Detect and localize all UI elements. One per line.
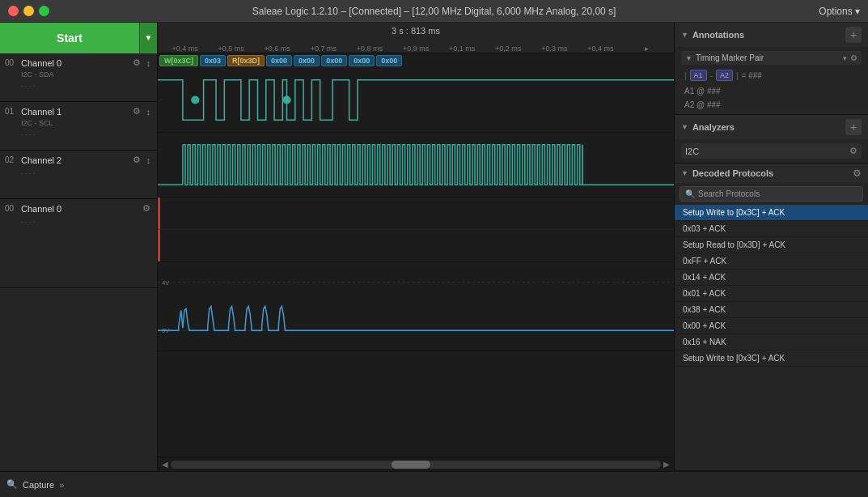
proto-chip-6[interactable]: 0x00 <box>349 55 375 66</box>
analyzers-add-button[interactable]: + <box>845 119 862 135</box>
analyzer-i2c-gear[interactable]: ⚙ <box>849 146 857 156</box>
channel-number-analog: 00 <box>5 204 18 213</box>
channel-number-ch2: 02 <box>5 155 18 164</box>
capture-label[interactable]: Capture <box>23 480 54 490</box>
a2-badge: A2 <box>716 70 733 81</box>
tm-arrow-icon[interactable]: ▾ <box>843 54 847 62</box>
tick-8: +0,3 ms <box>531 45 578 53</box>
proto-chip-5[interactable]: 0x00 <box>321 55 347 66</box>
protocol-item-5[interactable]: 0x01 + ACK <box>675 286 868 302</box>
channel-header-scl: 01 Channel 1 ⚙ ↕ <box>5 105 152 117</box>
proto-chip-7[interactable]: 0x00 <box>376 55 402 66</box>
proto-chip-4[interactable]: 0x00 <box>294 55 320 66</box>
protocol-item-9[interactable]: Setup Write to [0x3C] + ACK <box>675 350 868 367</box>
decoded-triangle[interactable]: ▼ <box>681 169 688 177</box>
protocol-item-2[interactable]: Setup Read to [0x3D] + ACK <box>675 237 868 253</box>
window-controls <box>8 6 49 16</box>
annotations-add-button[interactable]: + <box>845 27 862 43</box>
tm-gear-icon[interactable]: ⚙ <box>850 53 857 62</box>
tick-2: +0,6 ms <box>254 45 300 53</box>
time-header: 3 s : 813 ms +0,4 ms +0,5 ms +0,6 ms +0,… <box>158 23 674 53</box>
protocol-item-1[interactable]: 0x03 + ACK <box>675 221 868 237</box>
channel-dots-sda: · · · · <box>5 82 152 90</box>
channel-item-analog: 00 Channel 0 ⚙ · · · · <box>0 199 157 288</box>
annotations-section: ▼ Annotations + ▼ Timing Marker Pair ▾ ⚙… <box>675 23 868 115</box>
gear-icon-scl[interactable]: ⚙ <box>131 105 142 117</box>
formula-pipe: | <box>684 71 687 80</box>
proto-chip-1[interactable]: 0x03 <box>200 55 226 66</box>
scrollbar-area[interactable]: ◀ ▶ <box>158 457 674 471</box>
analyzers-triangle[interactable]: ▼ <box>681 123 688 131</box>
tick-more: ▸ <box>624 45 670 53</box>
a1-line: A1 @ ### <box>681 86 862 96</box>
channel-item-scl: 01 Channel 1 ⚙ ↕ I2C - SCL · · · · <box>0 102 157 151</box>
options-menu[interactable]: Options ▾ <box>819 6 860 17</box>
protocol-item-6[interactable]: 0x38 + ACK <box>675 302 868 318</box>
annotations-header: ▼ Annotations + <box>675 23 868 47</box>
annotations-triangle[interactable]: ▼ <box>681 31 688 39</box>
maximize-button[interactable] <box>39 6 49 16</box>
time-ruler: +0,4 ms +0,5 ms +0,6 ms +0,7 ms +0,8 ms … <box>162 38 670 53</box>
proto-chip-3[interactable]: 0x00 <box>266 55 292 66</box>
protocol-item-4[interactable]: 0x14 + ACK <box>675 270 868 286</box>
tick-1: +0,5 ms <box>208 45 254 53</box>
channel-name-sda: Channel 0 <box>21 58 128 68</box>
analyzers-content: I2C ⚙ <box>675 139 868 163</box>
minimize-button[interactable] <box>23 6 34 16</box>
tm-collapse-icon[interactable]: ▼ <box>685 54 692 62</box>
capture-arrows[interactable]: » <box>59 480 64 490</box>
scroll-left-arrow[interactable]: ◀ <box>159 460 171 469</box>
channel-name-analog: Channel 0 <box>21 204 138 214</box>
tick-6: +0,1 ms <box>439 45 485 53</box>
analyzers-section: ▼ Analyzers + I2C ⚙ <box>675 115 868 164</box>
waveform-analog: 4V 0V <box>158 262 674 351</box>
analyzer-i2c-name: I2C <box>685 147 845 156</box>
close-button[interactable] <box>8 6 19 16</box>
resize-icon-scl[interactable]: ↕ <box>145 106 153 117</box>
channel-dots-analog: · · · · <box>5 218 152 226</box>
channel-name-ch2: Channel 2 <box>21 155 128 165</box>
gear-icon-sda[interactable]: ⚙ <box>131 57 142 69</box>
bottom-bar: 🔍 Capture » <box>0 471 868 497</box>
channel-name-scl: Channel 1 <box>21 107 128 117</box>
analyzers-title: Analyzers <box>692 122 841 132</box>
timing-marker-row: ▼ Timing Marker Pair ▾ ⚙ <box>681 51 862 65</box>
proto-chip-0[interactable]: W[0x3C] <box>159 55 198 66</box>
resize-icon-ch2[interactable]: ↕ <box>145 155 153 166</box>
protocol-item-8[interactable]: 0x16 + NAK <box>675 334 868 350</box>
tick-7: +0,2 ms <box>485 45 531 53</box>
protocol-item-7[interactable]: 0x00 + ACK <box>675 318 868 334</box>
decoded-protocols-header: ▼ Decoded Protocols ⚙ <box>675 164 868 183</box>
gear-icon-ch2[interactable]: ⚙ <box>131 154 142 166</box>
scroll-right-arrow[interactable]: ▶ <box>661 460 672 469</box>
channel-item-ch2: 02 Channel 2 ⚙ ↕ · · · · <box>0 151 157 199</box>
scrollbar-thumb[interactable] <box>392 461 430 469</box>
channel-header-ch2: 02 Channel 2 ⚙ ↕ <box>5 154 152 166</box>
proto-chip-2[interactable]: R[0x3D] <box>227 55 265 66</box>
gear-icon-analog[interactable]: ⚙ <box>141 202 152 215</box>
timing-marker-label: Timing Marker Pair <box>696 53 840 62</box>
waveform-sda <box>158 68 674 133</box>
annotation-formula: | A1 - A2 | = ### <box>681 68 862 83</box>
protocol-item-3[interactable]: 0xFF + ACK <box>675 253 868 270</box>
tick-9: +0,4 ms <box>578 45 624 53</box>
start-btn-row: Start ▼ <box>0 23 157 53</box>
scrollbar-track[interactable] <box>171 461 661 469</box>
waveform-area[interactable]: 3 s : 813 ms +0,4 ms +0,5 ms +0,6 ms +0,… <box>158 23 674 471</box>
resize-icon-sda[interactable]: ↕ <box>145 57 153 69</box>
channel-label-sda: I2C - SDA <box>5 70 152 79</box>
channel-label-scl: I2C - SCL <box>5 119 152 127</box>
search-bar[interactable]: 🔍 Search Protocols <box>680 186 863 202</box>
decoded-gear-icon[interactable]: ⚙ <box>853 168 862 179</box>
decoded-protocols-section: ▼ Decoded Protocols ⚙ 🔍 Search Protocols… <box>675 164 868 471</box>
start-dropdown-arrow[interactable]: ▼ <box>139 23 157 53</box>
start-button[interactable]: Start <box>0 23 139 53</box>
search-placeholder[interactable]: Search Protocols <box>698 189 857 198</box>
protocol-item-0[interactable]: Setup Write to [0x3C] + ACK <box>675 205 868 221</box>
a2-line-text: A2 @ ### <box>684 100 721 109</box>
sda-waveform-svg <box>158 68 674 132</box>
channel-icons-analog: ⚙ <box>141 202 152 215</box>
waveform-channels: // Generate dense clock <box>158 68 674 457</box>
analyzer-i2c-row: I2C ⚙ <box>681 143 862 159</box>
protocol-list[interactable]: Setup Write to [0x3C] + ACK 0x03 + ACK S… <box>675 205 868 470</box>
